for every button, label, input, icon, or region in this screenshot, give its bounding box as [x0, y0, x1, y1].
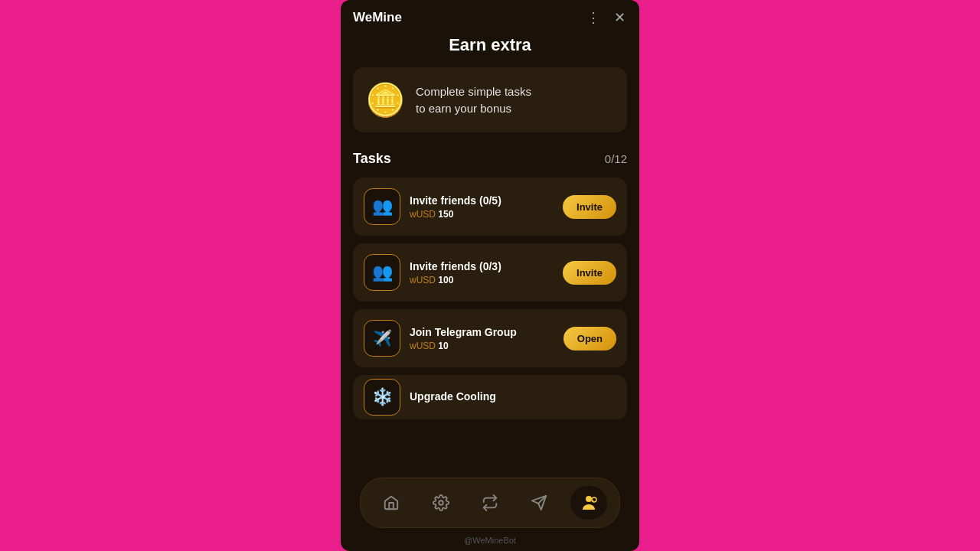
title-bar-actions: ⋮ ✕ — [585, 9, 627, 26]
invite-3-button[interactable]: Invite — [563, 261, 616, 285]
upgrade-cooling-icon: ❄️ — [372, 387, 393, 407]
task-card-invite-3: 👥 Invite friends (0/3) wUSD 100 Invite — [353, 243, 627, 302]
page-title: Earn extra — [353, 35, 627, 55]
banner-text: Complete simple tasks to earn your bonus — [416, 83, 531, 117]
telegram-icon: ✈️ — [373, 329, 392, 347]
task-title: Join Telegram Group — [410, 326, 554, 338]
main-content: Earn extra 🪙 Complete simple tasks to ea… — [341, 35, 639, 551]
task-card-invite-5: 👥 Invite friends (0/5) wUSD 150 Invite — [353, 178, 627, 236]
nav-settings-button[interactable] — [423, 486, 459, 520]
earn-banner: 🪙 Complete simple tasks to earn your bon… — [353, 67, 627, 132]
app-title: WeMine — [353, 10, 402, 25]
close-button[interactable]: ✕ — [612, 9, 627, 26]
svg-point-3 — [586, 496, 592, 502]
task-icon-wrapper: ✈️ — [364, 320, 400, 357]
invite-friends-icon-2: 👥 — [372, 262, 393, 282]
task-icon-wrapper: ❄️ — [364, 379, 400, 416]
nav-tasks-button[interactable]: + — [570, 486, 607, 520]
tasks-person-icon: + — [580, 494, 598, 512]
tasks-label: Tasks — [353, 151, 391, 167]
task-reward: wUSD 100 — [410, 275, 554, 285]
nav-exchange-button[interactable] — [472, 486, 508, 520]
task-icon-wrapper: 👥 — [364, 254, 400, 291]
task-card-upgrade-cooling: ❄️ Upgrade Cooling — [353, 375, 627, 419]
home-icon — [383, 494, 400, 511]
task-title: Upgrade Cooling — [410, 390, 616, 403]
more-options-button[interactable]: ⋮ — [585, 9, 602, 26]
task-title: Invite friends (0/3) — [410, 260, 554, 272]
task-icon-wrapper: 👥 — [364, 188, 400, 225]
nav-home-button[interactable] — [373, 486, 410, 520]
task-info: Invite friends (0/5) wUSD 150 — [410, 194, 554, 220]
svg-point-0 — [439, 500, 443, 505]
task-card-telegram: ✈️ Join Telegram Group wUSD 10 Open — [353, 309, 627, 367]
footer-text: @WeMineBot — [341, 536, 639, 545]
task-info: Join Telegram Group wUSD 10 — [410, 326, 554, 351]
task-reward: wUSD 150 — [410, 209, 554, 220]
gear-icon — [433, 494, 449, 511]
task-info: Invite friends (0/3) wUSD 100 — [410, 260, 554, 285]
task-info: Upgrade Cooling — [410, 390, 616, 405]
invite-5-button[interactable]: Invite — [563, 195, 616, 219]
svg-text:+: + — [592, 498, 594, 503]
nav-send-button[interactable] — [521, 486, 557, 520]
telegram-open-button[interactable]: Open — [564, 327, 616, 350]
title-bar: WeMine ⋮ ✕ — [341, 0, 639, 35]
task-reward: wUSD 10 — [410, 341, 554, 351]
more-vert-icon: ⋮ — [586, 10, 600, 25]
tasks-count: 0/12 — [605, 152, 627, 165]
banner-coin-icon: 🪙 — [365, 81, 405, 119]
app-window: WeMine ⋮ ✕ Earn extra 🪙 Complete simple … — [341, 0, 639, 551]
bottom-nav: + — [360, 478, 620, 528]
task-title: Invite friends (0/5) — [410, 194, 554, 207]
invite-friends-icon: 👥 — [372, 197, 393, 217]
exchange-icon — [482, 494, 498, 511]
tasks-header: Tasks 0/12 — [353, 151, 627, 167]
send-icon — [531, 494, 547, 511]
close-icon: ✕ — [614, 10, 626, 25]
